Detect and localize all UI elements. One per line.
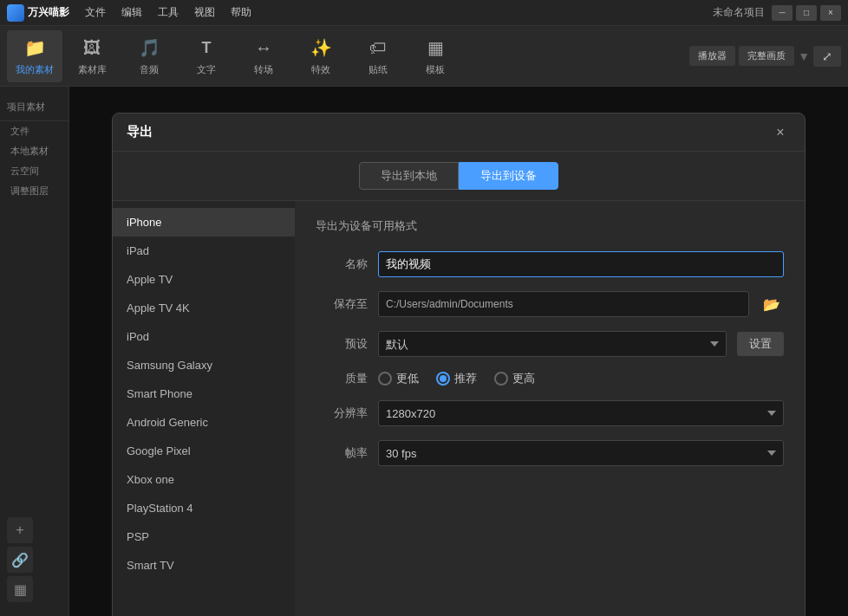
tab-export-local[interactable]: 导出到本地: [359, 162, 459, 190]
save-path-display: C:/Users/admin/Documents: [378, 291, 749, 317]
device-item-apple-tv-4k[interactable]: Apple TV 4K: [113, 294, 295, 322]
sidebar-item-cloud[interactable]: 云空间: [0, 161, 68, 181]
name-input[interactable]: [378, 251, 784, 277]
fps-label: 帧率: [316, 445, 368, 461]
media-library-icon: 🖼: [80, 36, 104, 60]
expand-icon: ▼: [798, 49, 810, 63]
resolution-select[interactable]: 1280x720 1920x1080 720x480: [378, 400, 784, 426]
quality-high-option[interactable]: 更高: [494, 371, 535, 386]
quality-row: 质量 更低 推荐: [316, 371, 784, 386]
quality-low-label: 更低: [396, 371, 419, 386]
add-media-button[interactable]: +: [7, 517, 33, 543]
menu-help[interactable]: 帮助: [224, 3, 258, 22]
tab-export-device[interactable]: 导出到设备: [459, 162, 558, 190]
toolbar-templates-label: 模板: [426, 63, 445, 76]
toolbar-audio[interactable]: 🎵 音频: [121, 30, 177, 82]
window-controls: ─ □ ×: [772, 5, 841, 21]
menubar: 万兴喵影 文件 编辑 工具 视图 帮助 未命名项目 ─ □ ×: [0, 0, 848, 26]
section-title: 导出为设备可用格式: [316, 218, 784, 234]
app-icon: [7, 4, 24, 22]
toolbar-text[interactable]: T 文字: [179, 30, 234, 82]
minimize-button[interactable]: ─: [772, 5, 793, 21]
device-list: iPhone iPad Apple TV Apple TV 4K iPod Sa…: [113, 201, 295, 616]
toolbar-templates[interactable]: ▦ 模板: [408, 30, 463, 82]
sidebar-item-local[interactable]: 本地素材: [0, 141, 68, 161]
main-toolbar: 📁 我的素材 🖼 素材库 🎵 音频 T 文字 ↔ 转场 ✨ 特效 🏷 贴纸 ▦ …: [0, 26, 848, 87]
device-item-smart-tv[interactable]: Smart TV: [113, 551, 295, 580]
toolbar-audio-label: 音频: [140, 63, 159, 76]
toolbar-media-library-label: 素材库: [78, 63, 107, 76]
sidebar-item-adjust[interactable]: 调整图层: [0, 181, 68, 201]
device-item-psp[interactable]: PSP: [113, 522, 295, 551]
stickers-icon: 🏷: [366, 36, 390, 60]
toolbar-text-label: 文字: [197, 63, 216, 76]
save-label: 保存至: [316, 296, 368, 312]
menu-view[interactable]: 视图: [187, 3, 222, 22]
device-item-xbox[interactable]: Xbox one: [113, 465, 295, 494]
toolbar-stickers[interactable]: 🏷 贴纸: [350, 30, 406, 82]
preset-row: 预设 默认 设置: [316, 331, 784, 357]
sidebar-item-files[interactable]: 文件: [0, 121, 68, 141]
grid-button[interactable]: ▦: [7, 576, 33, 602]
dialog-close-button[interactable]: ×: [770, 122, 791, 143]
maximize-button[interactable]: □: [796, 5, 817, 21]
quality-high-radio[interactable]: [494, 372, 508, 386]
quality-low-option[interactable]: 更低: [378, 371, 419, 386]
quality-recommended-label: 推荐: [454, 371, 477, 386]
toolbar-stickers-label: 贴纸: [369, 63, 388, 76]
toolbar-transition-label: 转场: [254, 63, 273, 76]
name-label: 名称: [316, 256, 368, 272]
device-item-samsung[interactable]: Samsung Galaxy: [113, 351, 295, 379]
dialog-tabs: 导出到本地 导出到设备: [113, 152, 805, 201]
toolbar-effects-label: 特效: [311, 63, 330, 76]
device-item-ps4[interactable]: PlayStation 4: [113, 494, 295, 522]
browse-folder-button[interactable]: 📂: [760, 292, 784, 316]
project-name: 未命名项目: [713, 5, 765, 20]
dialog-titlebar: 导出 ×: [113, 113, 805, 152]
preset-settings-button[interactable]: 设置: [737, 332, 784, 356]
menu-edit[interactable]: 编辑: [114, 3, 149, 22]
device-item-ipod[interactable]: iPod: [113, 322, 295, 351]
quality-label: 质量: [316, 371, 368, 386]
device-item-android[interactable]: Android Generic: [113, 408, 295, 437]
fps-select[interactable]: 30 fps 60 fps 24 fps: [378, 440, 784, 466]
app-name: 万兴喵影: [28, 5, 69, 20]
device-item-iphone[interactable]: iPhone: [113, 208, 295, 237]
dialog-overlay: 导出 × 导出到本地 导出到设备 iPhone iPad Apple TV Ap…: [69, 87, 848, 616]
quality-high-label: 更高: [512, 371, 535, 386]
radio-dot: [440, 375, 447, 382]
device-item-smart-phone[interactable]: Smart Phone: [113, 379, 295, 408]
link-button[interactable]: 🔗: [7, 547, 33, 573]
device-item-google-pixel[interactable]: Google Pixel: [113, 437, 295, 465]
my-assets-icon: 📁: [23, 36, 47, 60]
toolbar-transition[interactable]: ↔ 转场: [236, 30, 291, 82]
resolution-row: 分辨率 1280x720 1920x1080 720x480: [316, 400, 784, 426]
export-settings-panel: 导出为设备可用格式 名称 保存至 C:/Users/admin/Document…: [295, 201, 805, 616]
menu-tools[interactable]: 工具: [151, 3, 186, 22]
quality-radio-group: 更低 推荐 更高: [378, 371, 535, 386]
preset-select[interactable]: 默认: [378, 331, 727, 357]
title-bar-right: 未命名项目 ─ □ ×: [713, 5, 841, 21]
effects-icon: ✨: [309, 36, 333, 60]
player-button[interactable]: 播放器: [689, 46, 735, 66]
toolbar-my-assets[interactable]: 📁 我的素材: [7, 30, 62, 82]
left-sidebar: 项目素材 文件 本地素材 云空间 调整图层 + 🔗 ▦: [0, 87, 69, 616]
resolution-label: 分辨率: [316, 405, 368, 421]
toolbar-effects[interactable]: ✨ 特效: [293, 30, 349, 82]
fullscreen-button[interactable]: ⤢: [813, 46, 841, 67]
quality-recommended-radio[interactable]: [436, 372, 450, 386]
close-button[interactable]: ×: [820, 5, 841, 21]
menu-file[interactable]: 文件: [78, 3, 113, 22]
full-quality-button[interactable]: 完整画质: [739, 46, 794, 66]
toolbar-right: 播放器 完整画质 ▼ ⤢: [689, 46, 841, 67]
export-dialog: 导出 × 导出到本地 导出到设备 iPhone iPad Apple TV Ap…: [112, 113, 806, 616]
quality-low-radio[interactable]: [378, 372, 392, 386]
name-row: 名称: [316, 251, 784, 277]
dialog-body: iPhone iPad Apple TV Apple TV 4K iPod Sa…: [113, 201, 805, 616]
toolbar-my-assets-label: 我的素材: [16, 63, 54, 76]
content-area: 导出 × 导出到本地 导出到设备 iPhone iPad Apple TV Ap…: [69, 87, 848, 616]
device-item-apple-tv[interactable]: Apple TV: [113, 265, 295, 294]
quality-recommended-option[interactable]: 推荐: [436, 371, 477, 386]
toolbar-media-library[interactable]: 🖼 素材库: [64, 30, 120, 82]
device-item-ipad[interactable]: iPad: [113, 237, 295, 265]
